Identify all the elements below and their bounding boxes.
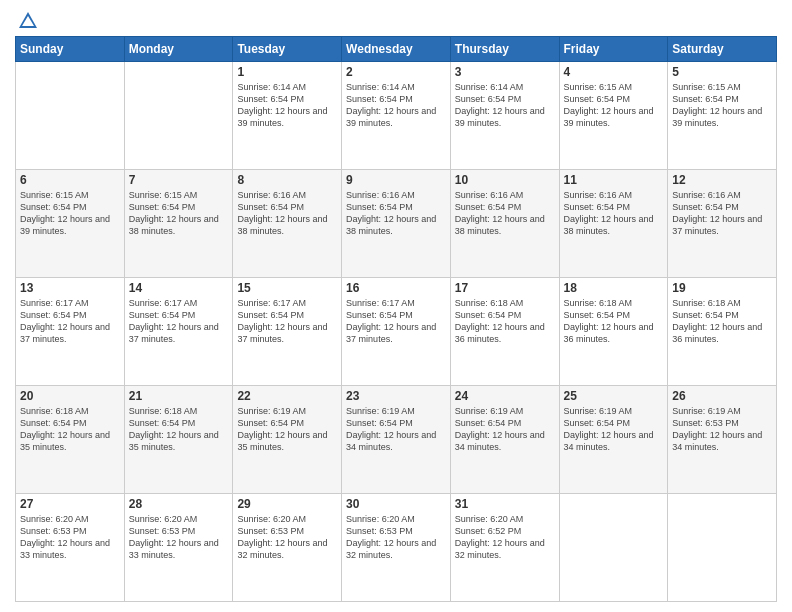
sunset-text: Sunset: 6:54 PM	[346, 309, 446, 321]
day-number: 21	[129, 389, 229, 403]
day-info: Sunrise: 6:19 AMSunset: 6:54 PMDaylight:…	[455, 405, 555, 454]
calendar-header-friday: Friday	[559, 37, 668, 62]
sunrise-text: Sunrise: 6:15 AM	[129, 189, 229, 201]
daylight-text: Daylight: 12 hours and 39 minutes.	[237, 105, 337, 129]
sunset-text: Sunset: 6:54 PM	[564, 309, 664, 321]
daylight-text: Daylight: 12 hours and 34 minutes.	[672, 429, 772, 453]
sunset-text: Sunset: 6:54 PM	[237, 417, 337, 429]
sunset-text: Sunset: 6:52 PM	[455, 525, 555, 537]
calendar-cell: 15Sunrise: 6:17 AMSunset: 6:54 PMDayligh…	[233, 278, 342, 386]
calendar-header-wednesday: Wednesday	[342, 37, 451, 62]
header	[15, 10, 777, 28]
day-info: Sunrise: 6:14 AMSunset: 6:54 PMDaylight:…	[455, 81, 555, 130]
logo-icon	[17, 10, 39, 32]
day-number: 19	[672, 281, 772, 295]
daylight-text: Daylight: 12 hours and 39 minutes.	[564, 105, 664, 129]
daylight-text: Daylight: 12 hours and 39 minutes.	[20, 213, 120, 237]
calendar-cell: 23Sunrise: 6:19 AMSunset: 6:54 PMDayligh…	[342, 386, 451, 494]
calendar-cell: 5Sunrise: 6:15 AMSunset: 6:54 PMDaylight…	[668, 62, 777, 170]
calendar-cell: 24Sunrise: 6:19 AMSunset: 6:54 PMDayligh…	[450, 386, 559, 494]
daylight-text: Daylight: 12 hours and 33 minutes.	[129, 537, 229, 561]
sunrise-text: Sunrise: 6:16 AM	[237, 189, 337, 201]
sunrise-text: Sunrise: 6:19 AM	[455, 405, 555, 417]
day-info: Sunrise: 6:18 AMSunset: 6:54 PMDaylight:…	[20, 405, 120, 454]
calendar-week-2: 6Sunrise: 6:15 AMSunset: 6:54 PMDaylight…	[16, 170, 777, 278]
day-info: Sunrise: 6:20 AMSunset: 6:53 PMDaylight:…	[129, 513, 229, 562]
day-number: 28	[129, 497, 229, 511]
sunrise-text: Sunrise: 6:20 AM	[237, 513, 337, 525]
calendar-cell: 6Sunrise: 6:15 AMSunset: 6:54 PMDaylight…	[16, 170, 125, 278]
sunrise-text: Sunrise: 6:17 AM	[20, 297, 120, 309]
day-number: 17	[455, 281, 555, 295]
sunset-text: Sunset: 6:54 PM	[237, 93, 337, 105]
day-number: 26	[672, 389, 772, 403]
sunrise-text: Sunrise: 6:19 AM	[346, 405, 446, 417]
page: SundayMondayTuesdayWednesdayThursdayFrid…	[0, 0, 792, 612]
daylight-text: Daylight: 12 hours and 39 minutes.	[455, 105, 555, 129]
calendar-cell: 29Sunrise: 6:20 AMSunset: 6:53 PMDayligh…	[233, 494, 342, 602]
calendar-cell: 1Sunrise: 6:14 AMSunset: 6:54 PMDaylight…	[233, 62, 342, 170]
calendar-cell: 2Sunrise: 6:14 AMSunset: 6:54 PMDaylight…	[342, 62, 451, 170]
sunrise-text: Sunrise: 6:16 AM	[346, 189, 446, 201]
sunset-text: Sunset: 6:54 PM	[129, 309, 229, 321]
daylight-text: Daylight: 12 hours and 34 minutes.	[346, 429, 446, 453]
sunrise-text: Sunrise: 6:14 AM	[455, 81, 555, 93]
sunset-text: Sunset: 6:54 PM	[564, 417, 664, 429]
sunrise-text: Sunrise: 6:20 AM	[346, 513, 446, 525]
daylight-text: Daylight: 12 hours and 35 minutes.	[20, 429, 120, 453]
day-number: 14	[129, 281, 229, 295]
day-number: 2	[346, 65, 446, 79]
day-info: Sunrise: 6:19 AMSunset: 6:53 PMDaylight:…	[672, 405, 772, 454]
day-info: Sunrise: 6:17 AMSunset: 6:54 PMDaylight:…	[129, 297, 229, 346]
sunrise-text: Sunrise: 6:15 AM	[20, 189, 120, 201]
daylight-text: Daylight: 12 hours and 37 minutes.	[672, 213, 772, 237]
sunrise-text: Sunrise: 6:19 AM	[564, 405, 664, 417]
day-info: Sunrise: 6:17 AMSunset: 6:54 PMDaylight:…	[237, 297, 337, 346]
day-info: Sunrise: 6:20 AMSunset: 6:53 PMDaylight:…	[237, 513, 337, 562]
sunset-text: Sunset: 6:54 PM	[672, 93, 772, 105]
calendar-cell: 17Sunrise: 6:18 AMSunset: 6:54 PMDayligh…	[450, 278, 559, 386]
day-number: 29	[237, 497, 337, 511]
day-number: 7	[129, 173, 229, 187]
daylight-text: Daylight: 12 hours and 37 minutes.	[346, 321, 446, 345]
calendar-cell: 25Sunrise: 6:19 AMSunset: 6:54 PMDayligh…	[559, 386, 668, 494]
day-info: Sunrise: 6:16 AMSunset: 6:54 PMDaylight:…	[564, 189, 664, 238]
sunrise-text: Sunrise: 6:19 AM	[237, 405, 337, 417]
day-number: 6	[20, 173, 120, 187]
calendar-week-4: 20Sunrise: 6:18 AMSunset: 6:54 PMDayligh…	[16, 386, 777, 494]
sunset-text: Sunset: 6:53 PM	[20, 525, 120, 537]
sunrise-text: Sunrise: 6:20 AM	[455, 513, 555, 525]
sunrise-text: Sunrise: 6:14 AM	[237, 81, 337, 93]
daylight-text: Daylight: 12 hours and 38 minutes.	[237, 213, 337, 237]
sunrise-text: Sunrise: 6:19 AM	[672, 405, 772, 417]
daylight-text: Daylight: 12 hours and 37 minutes.	[20, 321, 120, 345]
calendar-week-1: 1Sunrise: 6:14 AMSunset: 6:54 PMDaylight…	[16, 62, 777, 170]
sunset-text: Sunset: 6:53 PM	[672, 417, 772, 429]
daylight-text: Daylight: 12 hours and 38 minutes.	[129, 213, 229, 237]
sunset-text: Sunset: 6:53 PM	[129, 525, 229, 537]
day-number: 18	[564, 281, 664, 295]
sunset-text: Sunset: 6:54 PM	[129, 417, 229, 429]
calendar-cell: 21Sunrise: 6:18 AMSunset: 6:54 PMDayligh…	[124, 386, 233, 494]
day-number: 27	[20, 497, 120, 511]
calendar-header-thursday: Thursday	[450, 37, 559, 62]
day-number: 24	[455, 389, 555, 403]
calendar-cell: 10Sunrise: 6:16 AMSunset: 6:54 PMDayligh…	[450, 170, 559, 278]
sunrise-text: Sunrise: 6:16 AM	[455, 189, 555, 201]
sunrise-text: Sunrise: 6:15 AM	[564, 81, 664, 93]
day-info: Sunrise: 6:15 AMSunset: 6:54 PMDaylight:…	[564, 81, 664, 130]
calendar-cell: 16Sunrise: 6:17 AMSunset: 6:54 PMDayligh…	[342, 278, 451, 386]
calendar-header-saturday: Saturday	[668, 37, 777, 62]
sunset-text: Sunset: 6:54 PM	[455, 309, 555, 321]
sunset-text: Sunset: 6:54 PM	[672, 309, 772, 321]
sunrise-text: Sunrise: 6:18 AM	[455, 297, 555, 309]
day-info: Sunrise: 6:14 AMSunset: 6:54 PMDaylight:…	[237, 81, 337, 130]
sunrise-text: Sunrise: 6:17 AM	[237, 297, 337, 309]
sunset-text: Sunset: 6:54 PM	[20, 417, 120, 429]
calendar-cell: 14Sunrise: 6:17 AMSunset: 6:54 PMDayligh…	[124, 278, 233, 386]
sunrise-text: Sunrise: 6:20 AM	[129, 513, 229, 525]
sunset-text: Sunset: 6:54 PM	[20, 309, 120, 321]
calendar-header-row: SundayMondayTuesdayWednesdayThursdayFrid…	[16, 37, 777, 62]
sunrise-text: Sunrise: 6:17 AM	[346, 297, 446, 309]
day-number: 20	[20, 389, 120, 403]
